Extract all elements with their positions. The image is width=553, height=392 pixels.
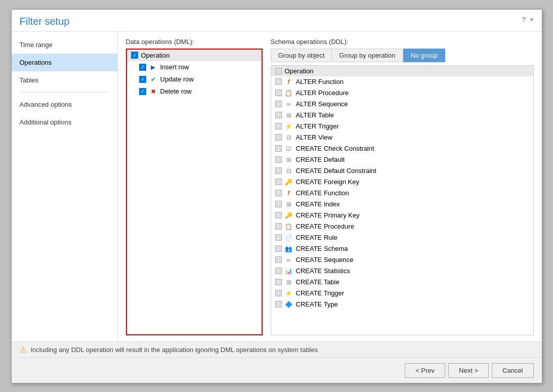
dml-checkbox-operation[interactable]: ✓ [131,52,138,59]
ddl-checkbox-alter-function[interactable] [275,78,282,85]
ddl-checkbox-create-function[interactable] [275,190,282,196]
ddl-checkbox-create-index[interactable] [275,201,282,207]
sidebar-item-advanced-options[interactable]: Advanced options [12,96,117,113]
dml-title: Data operations (DML): [126,38,263,46]
ddl-label-create-sequence: CREATE Sequence [296,256,354,264]
filter-setup-dialog: Filter setup ? × Time range Operations T… [11,9,542,383]
ddl-checkbox-create-default-constraint[interactable] [275,167,282,174]
ddl-label-create-statistics: CREATE Statistics [296,267,350,275]
alter-sequence-icon: ∞ [285,100,293,108]
ddl-label-create-index: CREATE Index [296,200,340,208]
ddl-checkbox-create-rule[interactable] [275,234,282,241]
create-function-icon: f [285,189,293,197]
dml-row-delete[interactable]: ✓ ✖ Delete row [127,85,262,98]
title-bar: Filter setup ? × [12,10,542,32]
ddl-checkbox-create-type[interactable] [275,301,282,308]
dml-label-operation: Operation [141,52,170,59]
ddl-checkbox-create-default[interactable] [275,156,282,163]
ddl-label-create-type: CREATE Type [296,300,338,308]
ddl-checkbox-create-statistics[interactable] [275,268,282,274]
insert-row-icon: ▶ [149,63,157,71]
dml-row-operation[interactable]: ✓ Operation [127,50,262,61]
ddl-label-alter-procedure: ALTER Procedure [296,89,349,97]
sidebar-item-time-range[interactable]: Time range [12,36,117,54]
ddl-row-create-default-constraint[interactable]: ⊟ CREATE Default Constraint [271,165,533,177]
ddl-row-create-type[interactable]: 🔷 CREATE Type [271,299,533,310]
tab-no-group[interactable]: No group [403,49,445,62]
ddl-row-alter-procedure[interactable]: 📋 ALTER Procedure [271,88,533,99]
ddl-checkbox-alter-sequence[interactable] [275,101,282,107]
alter-view-icon: ⊟ [285,134,293,142]
dml-checkbox-delete[interactable]: ✓ [139,88,146,95]
panel-row: Data operations (DML): ✓ Operation ✓ ▶ I… [126,38,534,335]
warning-icon: ⚠ [20,345,27,355]
update-row-icon: ✔ [149,75,157,83]
ddl-label-header: Operation [285,67,314,75]
ddl-row-create-statistics[interactable]: 📊 CREATE Statistics [271,266,533,277]
sidebar-divider [20,92,109,93]
ddl-checkbox-create-procedure[interactable] [275,223,282,230]
ddl-checkbox-create-table[interactable] [275,279,282,285]
ddl-row-alter-table[interactable]: ⊞ ALTER Table [271,110,533,121]
ddl-checkbox-alter-procedure[interactable] [275,90,282,96]
ddl-row-create-foreign-key[interactable]: 🔑 CREATE Foreign Key [271,177,533,188]
dml-section: Data operations (DML): ✓ Operation ✓ ▶ I… [126,38,263,335]
create-default-constraint-icon: ⊟ [285,167,293,175]
ddl-row-create-rule[interactable]: 📄 CREATE Rule [271,232,533,243]
ddl-row-alter-sequence[interactable]: ∞ ALTER Sequence [271,99,533,110]
ddl-list: Operation f ALTER Function 📋 ALTER [271,65,534,335]
ddl-row-create-index[interactable]: ⊞ CREATE Index [271,199,533,210]
sidebar-item-tables[interactable]: Tables [12,71,117,89]
ddl-row-create-procedure[interactable]: 📋 CREATE Procedure [271,221,533,232]
cancel-button[interactable]: Cancel [492,363,533,378]
prev-button[interactable]: < Prev [405,363,445,378]
close-button[interactable]: × [530,16,534,23]
ddl-label-create-table: CREATE Table [296,278,339,286]
dml-checkbox-update[interactable]: ✓ [139,76,146,83]
ddl-row-alter-view[interactable]: ⊟ ALTER View [271,132,533,143]
ddl-row-alter-trigger[interactable]: ⚡ ALTER Trigger [271,121,533,132]
ddl-row-create-default[interactable]: ⊞ CREATE Default [271,154,533,165]
ddl-checkbox-alter-trigger[interactable] [275,123,282,129]
sidebar-item-operations[interactable]: Operations [12,54,117,71]
ddl-checkbox-create-check-constraint[interactable] [275,145,282,152]
dml-row-update[interactable]: ✓ ✔ Update row [127,73,262,85]
alter-table-icon: ⊞ [285,111,293,119]
create-table-icon: ⊞ [285,278,293,286]
next-button[interactable]: Next > [448,363,489,378]
tab-group-by-operation[interactable]: Group by operation [331,49,403,62]
warning-text: Including any DDL operation will result … [31,346,318,354]
ddl-checkbox-create-schema[interactable] [275,245,282,252]
warning-bar: ⚠ Including any DDL operation will resul… [12,341,542,358]
ddl-checkbox-alter-table[interactable] [275,112,282,118]
ddl-section: Schema operations (DDL): Group by object… [271,38,534,335]
dml-label-update: Update row [160,75,194,83]
dml-checkbox-insert[interactable]: ✓ [139,64,146,71]
ddl-tabs: Group by object Group by operation No gr… [271,49,534,62]
dml-row-insert[interactable]: ✓ ▶ Insert row [127,61,262,73]
ddl-row-create-schema[interactable]: 👥 CREATE Schema [271,243,533,254]
alter-function-icon: f [285,78,293,86]
ddl-label-create-procedure: CREATE Procedure [296,223,354,230]
ddl-row-create-function[interactable]: f CREATE Function [271,188,533,199]
ddl-checkbox-create-sequence[interactable] [275,256,282,263]
ddl-row-create-sequence[interactable]: ∞ CREATE Sequence [271,254,533,266]
ddl-checkbox-header[interactable] [275,68,282,74]
ddl-checkbox-alter-view[interactable] [275,134,282,141]
ddl-checkbox-create-primary-key[interactable] [275,212,282,219]
ddl-row-create-check-constraint[interactable]: ☑ CREATE Check Constraint [271,143,533,154]
create-trigger-icon: ⚡ [285,289,293,297]
tab-group-by-object[interactable]: Group by object [271,49,332,62]
ddl-row-create-primary-key[interactable]: 🔑 CREATE Primary Key [271,210,533,221]
ddl-checkbox-create-trigger[interactable] [275,290,282,296]
ddl-checkbox-create-foreign-key[interactable] [275,179,282,185]
ddl-label-create-default-constraint: CREATE Default Constraint [296,167,376,175]
ddl-row-create-table[interactable]: ⊞ CREATE Table [271,277,533,288]
alter-trigger-icon: ⚡ [285,122,293,130]
help-button[interactable]: ? [522,16,526,23]
sidebar-item-additional-options[interactable]: Additional options [12,113,117,131]
ddl-row-create-trigger[interactable]: ⚡ CREATE Trigger [271,288,533,299]
ddl-title: Schema operations (DDL): [271,38,534,46]
ddl-row-alter-function[interactable]: f ALTER Function [271,76,533,88]
delete-row-icon: ✖ [149,88,157,96]
